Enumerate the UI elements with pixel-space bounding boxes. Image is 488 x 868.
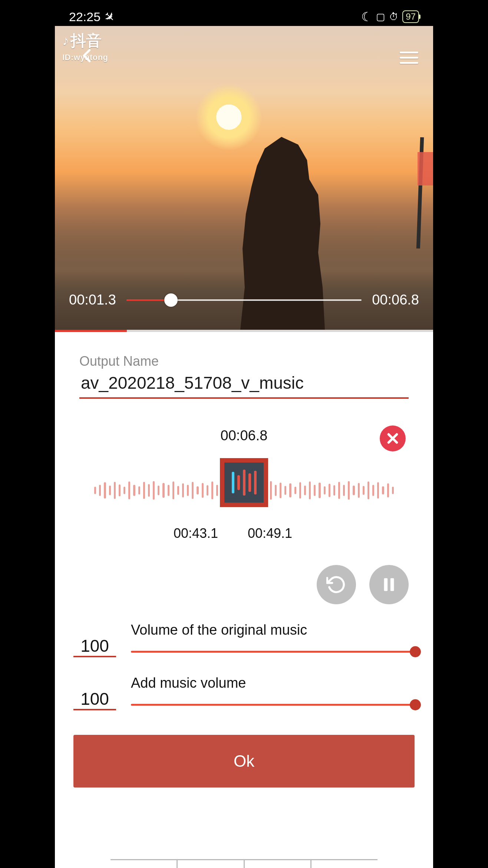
vibrate-icon: ▢: [376, 11, 385, 23]
reset-button[interactable]: [317, 565, 356, 604]
side-handle[interactable]: [418, 152, 433, 185]
remove-music-button[interactable]: [380, 425, 406, 451]
status-bar: 22:25 ✈ ☾ ▢ ⏱ 97: [55, 7, 433, 26]
original-volume-input[interactable]: [73, 636, 116, 657]
menu-button[interactable]: [400, 48, 418, 67]
bottom-nav-placeholder: [111, 859, 377, 868]
original-volume-label: Volume of the original music: [131, 622, 415, 638]
ok-button[interactable]: Ok: [73, 735, 415, 788]
video-buffer-bar: [55, 330, 433, 332]
undo-icon: [326, 575, 346, 595]
status-time: 22:25: [69, 10, 100, 24]
pause-button[interactable]: [369, 565, 409, 604]
back-button[interactable]: [76, 45, 98, 68]
output-name-input[interactable]: [79, 369, 409, 399]
clip-duration: 00:06.8: [221, 428, 268, 444]
clip-start-time: 00:43.1: [174, 526, 218, 541]
airplane-mode-icon: ✈: [100, 8, 118, 26]
svg-rect-3: [384, 578, 388, 591]
output-name-label: Output Name: [79, 354, 409, 369]
svg-rect-4: [390, 578, 394, 591]
battery-indicator: 97: [402, 10, 419, 23]
added-volume-label: Add music volume: [131, 675, 415, 691]
video-current-time: 00:01.3: [69, 292, 116, 308]
clip-range-handle[interactable]: [220, 458, 268, 507]
added-volume-slider[interactable]: [131, 699, 415, 710]
original-volume-thumb[interactable]: [410, 646, 421, 657]
alarm-icon: ⏱: [389, 11, 399, 23]
original-volume-slider[interactable]: [131, 646, 415, 657]
pause-icon: [380, 576, 398, 593]
video-preview: 22:25 ✈ ☾ ▢ ⏱ 97 ♪ 抖音 ID:wyatong 00:01.: [55, 0, 433, 332]
music-note-icon: ♪: [62, 33, 69, 49]
seek-thumb[interactable]: [164, 293, 178, 307]
video-total-time: 00:06.8: [372, 292, 419, 308]
clip-end-time: 00:49.1: [248, 526, 292, 541]
added-volume-thumb[interactable]: [410, 699, 421, 710]
added-volume-input[interactable]: [73, 689, 116, 710]
dnd-moon-icon: ☾: [361, 9, 372, 24]
video-seek-bar[interactable]: [126, 299, 362, 301]
